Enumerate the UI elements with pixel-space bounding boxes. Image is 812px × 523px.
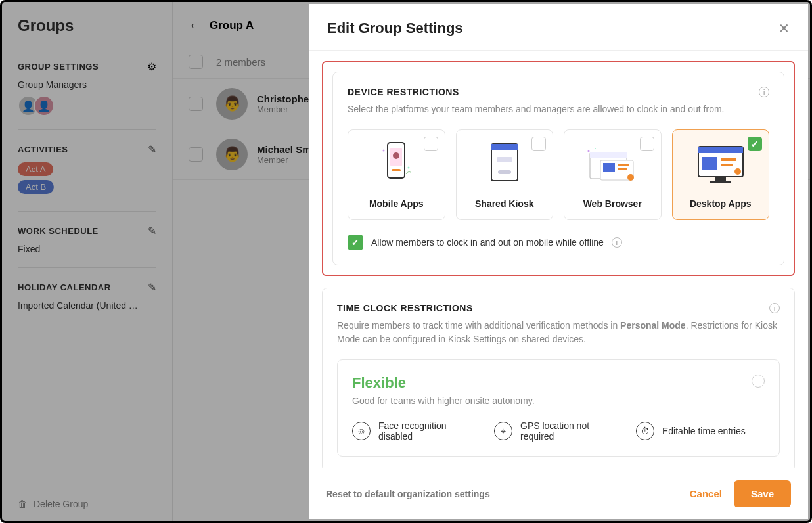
device-option-desktop[interactable]: Desktop Apps	[672, 129, 770, 220]
save-button[interactable]: Save	[734, 480, 791, 507]
svg-rect-21	[702, 157, 717, 170]
svg-point-4	[383, 150, 385, 152]
reset-defaults-link[interactable]: Reset to default organization settings	[326, 489, 490, 499]
flexible-radio[interactable]	[752, 375, 765, 388]
modal-title: Edit Group Settings	[327, 20, 463, 37]
cancel-button[interactable]: Cancel	[690, 488, 722, 499]
svg-rect-7	[491, 144, 518, 150]
feature-text: Face recognition disabled	[378, 421, 481, 442]
info-icon[interactable]: i	[612, 237, 622, 248]
info-icon[interactable]: i	[759, 87, 769, 97]
device-label: Mobile Apps	[355, 198, 438, 209]
svg-rect-25	[715, 177, 726, 181]
time-clock-heading: TIME CLOCK RESTRICTIONS	[337, 303, 473, 313]
device-restrictions-heading: DEVICE RESTRICTIONS	[348, 87, 459, 97]
flexible-option[interactable]: Flexible Good for teams with higher onsi…	[337, 359, 780, 457]
svg-point-16	[627, 174, 634, 181]
info-icon[interactable]: i	[769, 303, 780, 313]
offline-label: Allow members to clock in and out on mob…	[371, 237, 604, 248]
device-checkbox[interactable]	[424, 137, 438, 151]
svg-rect-3	[392, 169, 401, 171]
svg-rect-13	[603, 163, 615, 172]
device-checkbox[interactable]	[531, 137, 546, 151]
svg-rect-8	[497, 157, 512, 162]
flexible-sub: Good for teams with higher onsite autono…	[352, 396, 765, 406]
device-checkbox[interactable]	[748, 137, 762, 151]
device-label: Desktop Apps	[679, 198, 763, 209]
svg-rect-26	[710, 181, 731, 183]
device-restrictions-desc: Select the platforms your team members a…	[348, 102, 769, 116]
clock-icon: ⏱	[636, 422, 654, 440]
device-option-mobile[interactable]: Mobile Apps	[348, 129, 445, 220]
svg-point-2	[393, 152, 399, 159]
svg-rect-22	[721, 158, 736, 161]
svg-point-17	[588, 150, 590, 152]
device-label: Shared Kiosk	[463, 198, 547, 209]
time-clock-desc: Require members to track time with addit…	[337, 319, 780, 346]
gps-icon: ⌖	[494, 422, 512, 440]
feature-text: Editable time entries	[662, 426, 746, 436]
device-checkbox[interactable]	[640, 137, 654, 151]
svg-rect-14	[618, 164, 629, 166]
svg-rect-11	[590, 152, 627, 158]
flexible-title: Flexible	[352, 375, 765, 392]
device-label: Web Browser	[571, 198, 654, 209]
svg-rect-15	[618, 168, 627, 170]
svg-point-5	[408, 167, 410, 169]
device-restrictions-highlight: DEVICE RESTRICTIONS i Select the platfor…	[322, 61, 795, 276]
svg-point-24	[734, 168, 741, 175]
feature-text: GPS location not required	[520, 421, 623, 442]
face-icon: ☺	[352, 422, 371, 440]
device-option-web[interactable]: Web Browser	[564, 129, 662, 220]
device-option-kiosk[interactable]: Shared Kiosk	[456, 129, 554, 220]
svg-rect-9	[498, 170, 511, 174]
edit-group-modal: Edit Group Settings ✕ DEVICE RESTRICTION…	[309, 4, 808, 519]
close-icon[interactable]: ✕	[778, 20, 790, 36]
svg-rect-20	[698, 147, 743, 153]
offline-checkbox[interactable]: ✓	[348, 235, 363, 250]
svg-point-18	[595, 148, 596, 149]
svg-rect-23	[721, 164, 733, 166]
